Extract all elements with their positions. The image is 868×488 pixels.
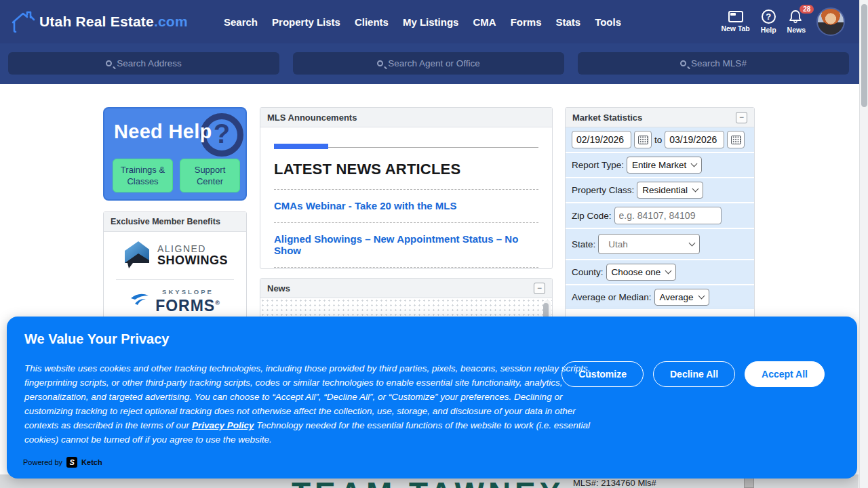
powered-by-ketch[interactable]: Powered by S Ketch <box>23 457 102 468</box>
dashed-divider <box>274 222 538 223</box>
member-benefits-title: Exclusive Member Benefits <box>111 217 220 226</box>
news-button[interactable]: 28 News <box>787 9 806 34</box>
nav-item-tools[interactable]: Tools <box>595 16 621 28</box>
trainings-classes-button[interactable]: Trainings & Classes <box>113 159 173 192</box>
date-range-row: to <box>566 127 754 153</box>
county-select[interactable]: Choose one <box>606 264 677 281</box>
news-badge: 28 <box>800 5 814 14</box>
market-statistics-panel: Market Statistics − to Report Type: Enti… <box>565 107 755 325</box>
ketch-name: Ketch <box>81 458 102 466</box>
search-icon <box>106 60 112 66</box>
article-link-aligned-showings[interactable]: Aligned Showings – New Appointment Statu… <box>274 233 538 256</box>
new-tab-button[interactable]: New Tab <box>721 11 749 33</box>
nav-utilities: New Tab ? Help 28 News <box>721 0 845 43</box>
browser-scrollbar-thumb[interactable] <box>861 4 867 107</box>
search-icon <box>680 60 686 66</box>
new-tab-label: New Tab <box>721 24 749 33</box>
calendar-icon <box>731 136 741 144</box>
county-label: County: <box>572 267 604 277</box>
skyslope-forms-text: FORMS® <box>155 296 220 313</box>
accept-all-button[interactable]: Accept All <box>745 361 825 387</box>
nav-item-stats[interactable]: Stats <box>555 16 580 28</box>
skyslope-forms-logo[interactable]: SKYSLOPE FORMS® <box>109 288 241 313</box>
nav-item-search[interactable]: Search <box>224 16 258 28</box>
house-logo-icon <box>9 8 37 35</box>
chevron-down-icon <box>692 186 699 192</box>
help-label: Help <box>761 26 776 34</box>
decline-all-button[interactable]: Decline All <box>653 361 735 387</box>
nav-item-property-lists[interactable]: Property Lists <box>272 16 340 28</box>
calendar-button-from[interactable] <box>634 131 652 148</box>
nav-item-cma[interactable]: CMA <box>473 16 496 28</box>
top-navbar: Utah Real Estate.com Search Property Lis… <box>0 0 868 43</box>
report-type-label: Report Type: <box>572 160 624 170</box>
logo-brand: Utah Real Estate <box>39 14 154 29</box>
aligned-showings-wordmark: ALIGNED SHOWINGS <box>157 243 228 268</box>
chevron-down-icon <box>689 239 696 246</box>
report-type-row: Report Type: Entire Market <box>566 153 754 178</box>
privacy-policy-link[interactable]: Privacy Policy <box>192 420 254 430</box>
user-avatar[interactable] <box>816 7 845 36</box>
minimize-icon[interactable]: − <box>534 283 545 294</box>
news-label: News <box>787 26 806 34</box>
date-to-label: to <box>654 135 662 145</box>
calendar-button-to[interactable] <box>727 131 745 148</box>
logo-suffix: .com <box>154 14 188 29</box>
date-to-input[interactable] <box>665 131 724 148</box>
search-mls-input[interactable]: Search MLS# <box>578 52 849 75</box>
main-nav: Search Property Lists Clients My Listing… <box>224 0 621 43</box>
date-from-input[interactable] <box>572 131 631 148</box>
state-select[interactable]: Utah <box>598 234 700 254</box>
logo-text: Utah Real Estate.com <box>39 14 188 30</box>
report-type-select[interactable]: Entire Market <box>627 157 702 174</box>
customize-button[interactable]: Customize <box>561 361 644 387</box>
support-center-button[interactable]: Support Center <box>180 159 240 192</box>
search-agent-input[interactable]: Search Agent or Office <box>293 52 564 75</box>
quick-search-bar: Search Address Search Agent or Office Se… <box>0 43 868 84</box>
calendar-icon <box>638 136 648 144</box>
property-class-row: Property Class: Residential <box>566 178 754 203</box>
clipped-heading: TEAM TAWNEY <box>292 478 564 488</box>
search-mls-placeholder: Search MLS# <box>691 58 747 68</box>
cookie-consent-banner: We Value Your Privacy This website uses … <box>7 317 857 479</box>
mls-announcements-header: MLS Announcements <box>260 108 552 127</box>
help-card-buttons: Trainings & Classes Support Center <box>113 159 240 192</box>
news-panel-title: News <box>267 283 290 293</box>
site-logo[interactable]: Utah Real Estate.com <box>9 8 188 35</box>
average-median-select[interactable]: Average <box>654 289 709 306</box>
average-median-label: Average or Median: <box>572 292 652 302</box>
zip-code-label: Zip Code: <box>572 211 612 221</box>
nav-item-my-listings[interactable]: My Listings <box>403 16 459 28</box>
search-address-input[interactable]: Search Address <box>8 52 279 75</box>
property-class-label: Property Class: <box>572 185 634 195</box>
cookie-banner-title: We Value Your Privacy <box>24 331 169 347</box>
help-button[interactable]: ? Help <box>761 9 776 34</box>
aligned-showings-logo[interactable]: ALIGNED SHOWINGS <box>109 240 241 271</box>
dashed-divider <box>274 267 538 268</box>
need-help-title: Need Help <box>114 121 212 143</box>
cookie-banner-buttons: Customize Decline All Accept All <box>561 361 825 387</box>
chevron-down-icon <box>691 161 698 167</box>
skyslope-icon <box>130 290 150 310</box>
dashed-divider <box>274 189 538 190</box>
browser-scrollbar[interactable] <box>859 0 868 488</box>
new-tab-icon <box>728 11 743 22</box>
property-class-select[interactable]: Residential <box>637 182 703 199</box>
mls-announcements-panel: MLS Announcements LATEST NEWS ARTICLES C… <box>260 107 553 269</box>
nav-item-clients[interactable]: Clients <box>355 16 389 28</box>
chevron-down-icon <box>698 293 705 300</box>
latest-news-heading: LATEST NEWS ARTICLES <box>274 161 538 178</box>
progress-divider <box>274 142 538 149</box>
search-agent-placeholder: Search Agent or Office <box>388 58 480 68</box>
help-icon: ? <box>762 9 776 24</box>
member-benefits-body: ALIGNED SHOWINGS SKYSLOPE FORMS® <box>104 232 246 321</box>
bell-icon: 28 <box>788 9 804 24</box>
zip-code-input[interactable] <box>614 207 722 224</box>
state-row: State: Utah <box>566 229 754 260</box>
article-link-cmas-webinar[interactable]: CMAs Webinar - Take 20 with the MLS <box>274 200 538 211</box>
powered-by-label: Powered by <box>23 458 62 466</box>
nav-item-forms[interactable]: Forms <box>511 16 542 28</box>
minimize-icon[interactable]: − <box>736 112 747 123</box>
member-benefits-header: Exclusive Member Benefits <box>104 212 246 232</box>
skyslope-wordmark: SKYSLOPE FORMS® <box>155 288 220 313</box>
